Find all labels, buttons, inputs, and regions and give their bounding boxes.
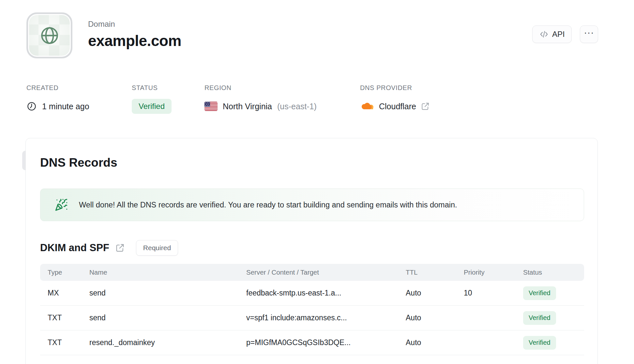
clock-icon — [26, 101, 37, 112]
dkim-external-link-icon[interactable] — [115, 243, 125, 253]
external-link-icon — [421, 102, 430, 111]
created-label: CREATED — [26, 84, 89, 92]
required-badge: Required — [136, 240, 178, 256]
col-header-content: Server / Content / Target — [246, 268, 406, 276]
more-options-button[interactable]: ··· — [580, 25, 598, 43]
dkim-spf-title: DKIM and SPF — [40, 242, 109, 254]
row-status-badge: Verified — [523, 336, 556, 350]
dns-records-title: DNS Records — [40, 156, 117, 170]
col-header-ttl: TTL — [406, 268, 464, 276]
meta-created: CREATED 1 minute ago — [26, 84, 89, 114]
cell-priority: 10 — [464, 289, 523, 297]
ellipsis-icon: ··· — [584, 33, 594, 36]
cell-content: p=MIGfMA0GCSqGSIb3DQE... — [246, 338, 406, 347]
dns-provider-link[interactable]: Cloudflare — [360, 102, 430, 111]
domain-avatar — [26, 12, 72, 58]
table-row: TXT resend._domainkey p=MIGfMA0GCSqGSIb3… — [40, 330, 584, 355]
col-header-name: Name — [89, 268, 246, 276]
created-value: 1 minute ago — [42, 102, 89, 111]
success-banner-text: Well done! All the DNS records are verif… — [79, 201, 457, 209]
cell-ttl: Auto — [406, 338, 464, 347]
dns-records-card: DNS Records Well done! All the DNS recor… — [25, 138, 598, 364]
meta-region: REGION — [204, 84, 317, 114]
status-label: STATUS — [132, 84, 172, 92]
api-button[interactable]: API — [532, 25, 572, 43]
cell-type: MX — [48, 289, 89, 297]
region-code: (us-east-1) — [277, 102, 317, 111]
cell-content: feedback-smtp.us-east-1.a... — [246, 289, 406, 297]
table-row: TXT send v=spf1 include:amazonses.c... A… — [40, 306, 584, 330]
dns-provider-value: Cloudflare — [379, 102, 416, 111]
row-status-badge: Verified — [523, 286, 556, 300]
dns-provider-label: DNS PROVIDER — [360, 84, 430, 92]
cell-name: send — [89, 289, 246, 297]
success-banner: Well done! All the DNS records are verif… — [40, 189, 584, 221]
table-row: MX send feedback-smtp.us-east-1.a... Aut… — [40, 281, 584, 306]
cell-ttl: Auto — [406, 313, 464, 322]
cell-content: v=spf1 include:amazonses.c... — [246, 313, 406, 322]
region-label: REGION — [204, 84, 317, 92]
party-popper-icon — [55, 198, 68, 211]
region-value: North Virginia — [223, 102, 272, 111]
entity-type-label: Domain — [88, 20, 181, 29]
dkim-spf-section-header: DKIM and SPF Required — [40, 240, 178, 256]
meta-status: STATUS Verified — [132, 84, 172, 114]
cell-name: send — [89, 313, 246, 322]
us-flag-icon — [204, 102, 218, 111]
table-header-row: Type Name Server / Content / Target TTL … — [40, 264, 584, 281]
col-header-priority: Priority — [464, 268, 523, 276]
meta-dns-provider: DNS PROVIDER Cloudflare — [360, 84, 430, 114]
page-title: example.com — [88, 32, 181, 50]
dns-records-table: Type Name Server / Content / Target TTL … — [40, 264, 584, 355]
row-status-badge: Verified — [523, 311, 556, 325]
col-header-type: Type — [48, 268, 89, 276]
code-icon — [539, 29, 549, 39]
col-header-status: Status — [523, 268, 584, 276]
globe-icon — [39, 25, 60, 46]
cell-type: TXT — [48, 313, 89, 322]
api-button-label: API — [552, 30, 565, 39]
domain-page: Domain example.com API ··· CREATED 1 min… — [0, 0, 634, 364]
status-badge: Verified — [132, 99, 172, 114]
header-text: Domain example.com — [88, 20, 181, 50]
cell-ttl: Auto — [406, 289, 464, 297]
cell-name: resend._domainkey — [89, 338, 246, 347]
cell-type: TXT — [48, 338, 89, 347]
cloudflare-icon — [360, 102, 374, 110]
